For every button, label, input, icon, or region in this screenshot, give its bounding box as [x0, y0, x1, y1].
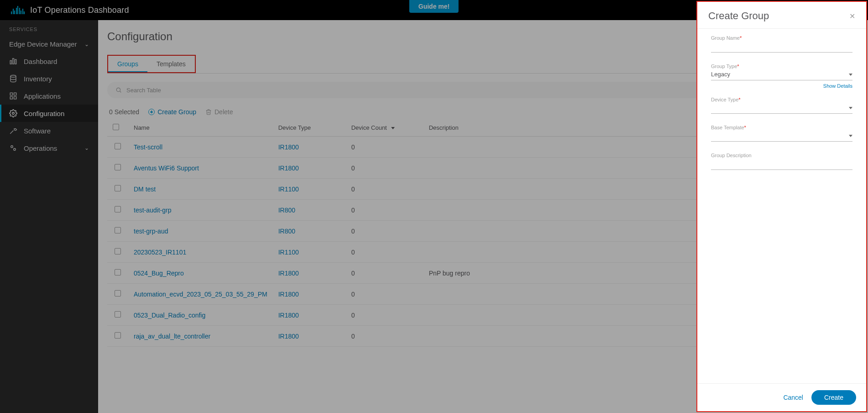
group-name-label: Group Name* [711, 35, 852, 41]
row-checkbox[interactable] [115, 164, 121, 170]
sidebar-item-dashboard[interactable]: Dashboard [0, 53, 98, 70]
svg-rect-7 [14, 97, 16, 99]
row-checkbox[interactable] [115, 332, 121, 339]
device-type-link[interactable]: IR1100 [278, 249, 299, 256]
tab-templates[interactable]: Templates [147, 56, 195, 72]
field-group-description: Group Description [711, 153, 852, 170]
plus-circle-icon [148, 109, 155, 115]
column-device-count[interactable]: Device Count [346, 119, 424, 137]
selected-count: 0 Selected [109, 108, 139, 116]
chevron-down-icon: ⌄ [84, 41, 89, 48]
device-type-link[interactable]: IR1800 [278, 143, 299, 151]
device-count-cell: 0 [346, 179, 424, 200]
device-type-label: Device Type* [711, 97, 852, 102]
svg-rect-4 [10, 93, 12, 95]
search-icon [115, 87, 122, 93]
wrench-icon [9, 127, 17, 135]
row-checkbox[interactable] [115, 206, 121, 212]
group-type-label: Group Type* [711, 64, 852, 69]
base-template-select[interactable] [711, 131, 852, 142]
device-type-link[interactable]: IR1800 [278, 270, 299, 277]
sort-desc-icon [391, 127, 395, 129]
trash-icon [205, 109, 212, 115]
group-name-link[interactable]: 0523_Dual_Radio_config [134, 312, 205, 319]
group-name-link[interactable]: Automation_ecvd_2023_05_25_03_55_29_PM [134, 291, 267, 298]
chevron-down-icon [849, 107, 852, 109]
group-type-select[interactable]: Legacy [711, 70, 852, 80]
svg-point-9 [11, 146, 13, 148]
sidebar-item-label: Configuration [24, 110, 64, 117]
drawer-header: Create Group ✕ [697, 2, 866, 29]
create-group-button[interactable]: Create Group [148, 108, 196, 116]
group-name-link[interactable]: DM test [134, 185, 156, 193]
gear-icon [9, 109, 17, 117]
device-type-link[interactable]: IR1800 [278, 312, 299, 319]
device-type-link[interactable]: IR1800 [278, 164, 299, 172]
dashboard-icon [9, 57, 17, 65]
device-count-cell: 0 [346, 200, 424, 221]
row-checkbox[interactable] [115, 248, 121, 254]
delete-label: Delete [214, 108, 233, 116]
close-icon[interactable]: ✕ [849, 12, 855, 21]
row-checkbox[interactable] [115, 227, 121, 233]
sidebar-item-configuration[interactable]: Configuration [0, 105, 98, 122]
device-type-link[interactable]: IR800 [278, 228, 295, 235]
device-count-cell: 0 [346, 326, 424, 347]
group-name-link[interactable]: Test-scroll [134, 143, 162, 151]
chevron-down-icon [849, 74, 852, 76]
row-checkbox[interactable] [115, 269, 121, 275]
group-name-input[interactable] [711, 42, 852, 53]
delete-button[interactable]: Delete [205, 108, 233, 116]
chevron-down-icon: ⌄ [84, 145, 89, 151]
create-button[interactable]: Create [811, 390, 856, 405]
select-all-checkbox[interactable] [113, 124, 119, 130]
device-count-cell: 0 [346, 284, 424, 305]
sidebar-item-inventory[interactable]: Inventory [0, 70, 98, 87]
row-checkbox[interactable] [115, 143, 121, 149]
svg-rect-0 [10, 61, 11, 64]
drawer-footer: Cancel Create [697, 383, 866, 411]
svg-point-8 [12, 112, 15, 115]
row-checkbox[interactable] [115, 311, 121, 318]
sidebar-item-applications[interactable]: Applications [0, 87, 98, 105]
device-type-link[interactable]: IR1100 [278, 185, 299, 193]
svg-point-11 [116, 88, 120, 91]
sidebar-item-label: Applications [24, 92, 61, 100]
device-type-link[interactable]: IR1800 [278, 291, 299, 298]
sidebar: SERVICES Edge Device Manager ⌄ Dashboard… [0, 20, 98, 413]
group-name-link[interactable]: 0524_Bug_Repro [134, 270, 184, 277]
group-name-link[interactable]: raja_av_dual_lte_controller [134, 333, 210, 340]
device-type-select[interactable] [711, 103, 852, 114]
drawer-body: Group Name* Group Type* Legacy Show Deta… [697, 29, 866, 383]
app-title: IoT Operations Dashboard [30, 5, 129, 15]
sidebar-item-operations[interactable]: Operations ⌄ [0, 139, 98, 157]
group-name-link[interactable]: 20230523_IR1101 [134, 249, 186, 256]
guide-me-button[interactable]: Guide me! [409, 0, 459, 13]
group-description-input[interactable] [711, 159, 852, 170]
sidebar-section-edm[interactable]: Edge Device Manager ⌄ [0, 36, 98, 53]
row-checkbox[interactable] [115, 290, 121, 297]
group-description-label: Group Description [711, 153, 852, 158]
field-group-name: Group Name* [711, 35, 852, 53]
svg-rect-2 [15, 59, 16, 64]
device-type-link[interactable]: IR800 [278, 206, 295, 214]
field-group-type: Group Type* Legacy [711, 64, 852, 80]
create-group-label: Create Group [157, 108, 196, 116]
row-checkbox[interactable] [115, 185, 121, 191]
group-name-link[interactable]: Aventus WiFi6 Support [134, 164, 199, 172]
group-name-link[interactable]: test-grp-aud [134, 228, 168, 235]
database-icon [9, 74, 17, 83]
chevron-down-icon [849, 135, 852, 137]
device-type-link[interactable]: IR1800 [278, 333, 299, 340]
group-name-link[interactable]: test-audit-grp [134, 206, 171, 214]
device-count-cell: 0 [346, 242, 424, 263]
column-name[interactable]: Name [128, 119, 273, 137]
cancel-button[interactable]: Cancel [783, 394, 803, 401]
create-group-drawer: Create Group ✕ Group Name* Group Type* L… [696, 1, 867, 412]
show-details-link[interactable]: Show Details [711, 83, 852, 89]
column-device-type[interactable]: Device Type [273, 119, 346, 137]
sidebar-item-software[interactable]: Software [0, 122, 98, 139]
device-count-cell: 0 [346, 221, 424, 242]
tab-groups[interactable]: Groups [108, 56, 147, 72]
sidebar-section-label: Edge Device Manager [9, 40, 77, 48]
